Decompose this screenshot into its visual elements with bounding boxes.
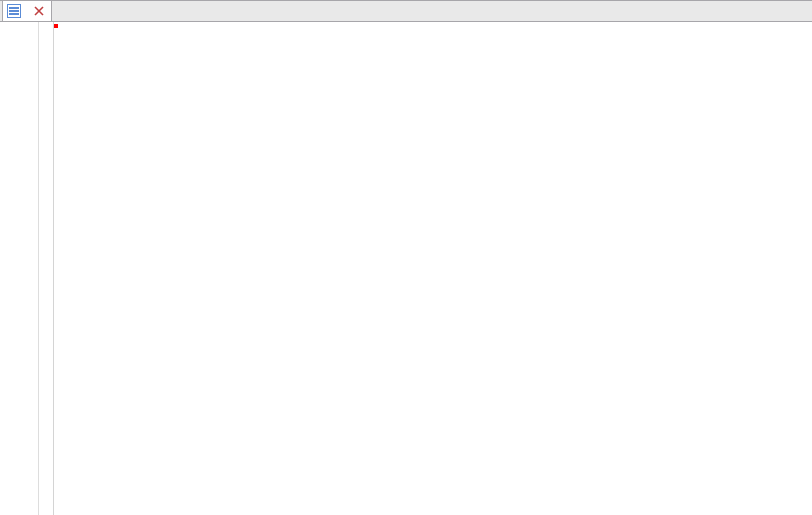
close-icon xyxy=(34,6,44,16)
highlight-box xyxy=(54,24,58,28)
tab-close-button[interactable] xyxy=(33,5,45,17)
line-number-gutter xyxy=(0,22,39,515)
code-area[interactable] xyxy=(54,22,812,515)
tab-httpd-vhosts[interactable] xyxy=(2,0,52,21)
fold-margin xyxy=(39,22,54,515)
editor-body xyxy=(0,22,812,515)
file-icon xyxy=(7,4,21,18)
tab-bar xyxy=(0,1,812,22)
editor-window xyxy=(0,0,812,515)
